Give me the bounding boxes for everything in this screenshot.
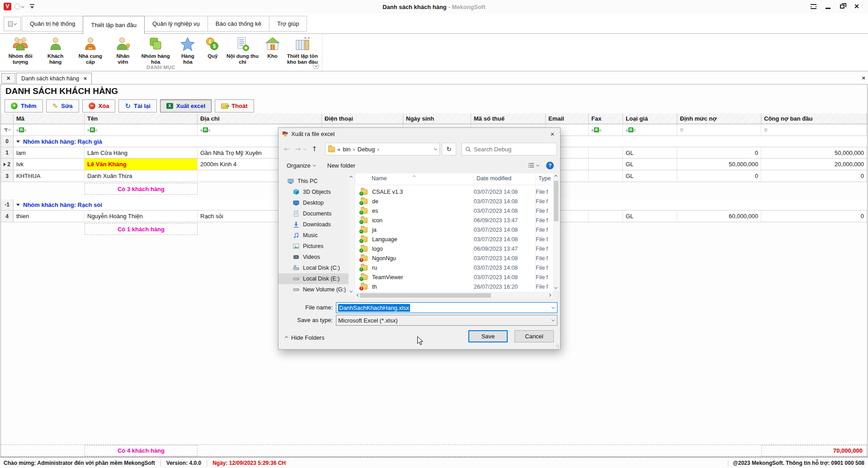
column-header-loai-gia[interactable]: Loại giá: [623, 113, 677, 124]
ribbon-item-nhom-hang-hoa[interactable]: Nhóm hàng hóa: [137, 35, 174, 65]
column-header-dien-thoai[interactable]: Điện thoại: [322, 113, 403, 124]
search-input[interactable]: [474, 146, 542, 153]
history-dropdown-icon[interactable]: [303, 147, 307, 150]
cell-ma[interactable]: KHTHUA: [14, 170, 85, 182]
tree-item-new-volume-g[interactable]: New Volume (G:): [278, 284, 349, 295]
breadcrumb-ellipsis[interactable]: [337, 146, 340, 153]
restore-button[interactable]: [838, 2, 846, 10]
cell-cong-no[interactable]: 20,000,000: [761, 159, 867, 170]
scroll-right-icon[interactable]: [548, 294, 551, 297]
refresh-button[interactable]: ↻: [442, 143, 456, 155]
cell-dinh-muc-no[interactable]: 0: [677, 170, 761, 182]
ribbon-tab-quan-tri-he-thong[interactable]: Quản trị hệ thống: [22, 16, 83, 32]
column-header-ma[interactable]: Mã: [14, 113, 85, 124]
filter-cell-loai-gia[interactable]: [623, 124, 677, 136]
close-all-tabs-button[interactable]: ×: [1, 73, 15, 84]
app-menu-button[interactable]: [4, 17, 21, 31]
ribbon-tab-bao-cao-thong-ke[interactable]: Báo cáo thống kê: [208, 16, 269, 32]
filter-cell-ma[interactable]: [14, 124, 85, 136]
up-arrow-icon[interactable]: ↑: [311, 145, 317, 153]
cell-fax[interactable]: [589, 211, 623, 222]
filter-cell-ten[interactable]: [85, 124, 198, 136]
filter-cell-fax[interactable]: [589, 124, 623, 136]
new-folder-button[interactable]: New folder: [327, 162, 355, 169]
scroll-up-icon[interactable]: [349, 176, 353, 179]
cell-ten[interactable]: Danh Xuân Thừa: [85, 170, 198, 182]
edit-button[interactable]: ✎Sửa: [46, 99, 79, 112]
tree-item-local-disk-c[interactable]: Local Disk (C:): [278, 262, 349, 273]
cell-cong-no[interactable]: 0: [761, 170, 867, 182]
ribbon-tab-tro-giup[interactable]: Trợ giúp: [269, 16, 307, 32]
file-row[interactable]: de03/07/2023 14:08File f: [355, 197, 553, 206]
organize-menu[interactable]: Organize: [287, 162, 316, 169]
save-as-type-combo[interactable]: Microsoft Excel (*.xlsx): [336, 315, 557, 326]
file-list-vertical-scrollbar[interactable]: [553, 173, 559, 292]
ribbon-item-hang-hoa[interactable]: Hàng hóa: [174, 35, 201, 65]
scroll-left-icon[interactable]: [357, 294, 360, 297]
cell-ma[interactable]: thien: [14, 211, 85, 222]
cell-fax[interactable]: [589, 170, 623, 182]
file-row[interactable]: th26/07/2023 16:20File f: [355, 282, 553, 291]
delete-button[interactable]: −Xóa: [82, 99, 116, 112]
tree-item-documents[interactable]: Documents: [278, 208, 349, 219]
cell-cong-no[interactable]: 50,000,000: [761, 147, 867, 159]
ribbon-tab-quan-ly-nghiep-vu[interactable]: Quản lý nghiệp vụ: [144, 16, 208, 32]
reload-button[interactable]: ↻Tải lại: [118, 99, 156, 112]
file-row[interactable]: es03/07/2023 14:08File f: [355, 206, 553, 215]
search-box[interactable]: [462, 143, 557, 155]
tree-scrollbar[interactable]: [349, 174, 354, 295]
column-header-fax[interactable]: Fax: [589, 113, 623, 124]
ribbon-item-kho[interactable]: Kho: [261, 35, 284, 60]
cell-cong-no[interactable]: 0: [761, 211, 867, 222]
column-header-cong-no-ban-dau[interactable]: Công nợ ban đầu: [761, 113, 867, 124]
address-bar[interactable]: bin Debug: [325, 143, 440, 155]
cell-loai-gia[interactable]: GL: [623, 170, 677, 182]
save-button[interactable]: Save: [468, 330, 508, 342]
tree-item-downloads[interactable]: Downloads: [278, 219, 349, 230]
column-header-dia-chi[interactable]: Địa chỉ: [198, 113, 322, 124]
export-excel-button[interactable]: Xuất excel: [160, 99, 212, 112]
tree-item-local-disk-e[interactable]: Local Disk (E:): [278, 273, 349, 284]
column-header-ten[interactable]: Tên: [85, 113, 198, 124]
tree-item-desktop[interactable]: Desktop: [278, 197, 349, 208]
file-row[interactable]: CSALE v1.303/07/2023 14:08File f: [355, 187, 553, 197]
address-dropdown-icon[interactable]: [434, 147, 437, 150]
scroll-down-icon[interactable]: [349, 290, 353, 293]
breadcrumb-debug[interactable]: Debug: [358, 146, 375, 153]
scroll-up-icon[interactable]: [554, 175, 557, 178]
column-header-ma-so-thue[interactable]: Mã số thuế: [471, 113, 546, 124]
tree-item-music[interactable]: Music: [278, 230, 349, 241]
column-header-email[interactable]: Email: [546, 113, 589, 124]
filter-icon-cell[interactable]: [1, 124, 14, 136]
forward-arrow-icon[interactable]: →: [295, 145, 301, 153]
collapse-triangle-icon[interactable]: [16, 140, 20, 143]
cell-ten[interactable]: Nguyễn Hoàng Thiện: [85, 211, 198, 222]
tabstrip-close-button[interactable]: ×: [862, 75, 865, 81]
file-row[interactable]: icon06/09/2023 13:47File f: [355, 215, 553, 225]
filter-cell-cong-no[interactable]: [761, 124, 867, 136]
file-name-combo[interactable]: DanhSachKhachHang.xlsx: [336, 302, 557, 313]
hide-folders-button[interactable]: Hide Folders: [285, 334, 325, 341]
file-name-value[interactable]: DanhSachKhachHang.xlsx: [338, 304, 410, 312]
cell-dinh-muc-no[interactable]: 0: [677, 147, 761, 159]
cell-loai-gia[interactable]: GL: [623, 159, 677, 170]
file-row[interactable]: NgonNgu03/07/2023 14:08File f: [355, 253, 553, 263]
ribbon-tab-thiet-lap-ban-dau[interactable]: Thiết lập ban đầu: [83, 16, 144, 34]
ribbon-item-nha-cung-cap[interactable]: DX Nhà cung cấp: [72, 35, 109, 65]
scroll-down-icon[interactable]: [554, 286, 557, 289]
scrollbar-thumb[interactable]: [360, 293, 491, 298]
ribbon-item-quy[interactable]: €$ Quỹ: [201, 35, 224, 60]
scrollbar-thumb[interactable]: [554, 181, 558, 221]
fullscreen-button[interactable]: [809, 2, 817, 10]
cell-ten-highlighted[interactable]: Lê Văn Kháng: [85, 159, 198, 170]
tree-item-3d-objects[interactable]: 3D Objects: [278, 187, 349, 197]
breadcrumb-bin[interactable]: bin: [343, 146, 350, 153]
tree-item-this-pc[interactable]: This PC: [278, 176, 349, 187]
cell-ten[interactable]: Lâm Cửa Hàng: [85, 147, 198, 159]
cell-dinh-muc-no[interactable]: 50,000,000: [677, 159, 761, 170]
file-row[interactable]: logo06/09/2023 13:47File f: [355, 244, 553, 253]
cell-dinh-muc-no[interactable]: 60,000,000: [677, 211, 761, 222]
resize-grip[interactable]: [556, 345, 559, 348]
cell-ma[interactable]: lvk: [14, 159, 85, 170]
cell-loai-gia[interactable]: GL: [623, 211, 677, 222]
